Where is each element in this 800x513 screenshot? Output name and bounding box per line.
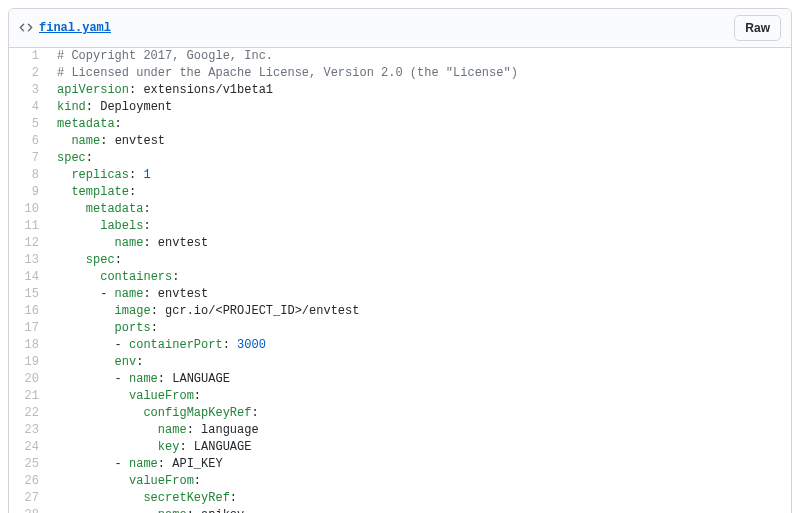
code-token: : xyxy=(115,253,122,267)
line-number[interactable]: 13 xyxy=(9,252,49,269)
code-token: envtest xyxy=(115,134,165,148)
code-line: 10 metadata: xyxy=(9,201,791,218)
line-number[interactable]: 15 xyxy=(9,286,49,303)
code-token: metadata xyxy=(86,202,144,216)
line-number[interactable]: 26 xyxy=(9,473,49,490)
code-token: : xyxy=(143,287,157,301)
code-file-icon xyxy=(19,21,33,35)
line-number[interactable]: 6 xyxy=(9,133,49,150)
code-line: 8 replicas: 1 xyxy=(9,167,791,184)
code-token: ports xyxy=(115,321,151,335)
code-token: - xyxy=(57,287,115,301)
code-line: 27 secretKeyRef: xyxy=(9,490,791,507)
code-token: : xyxy=(143,236,157,250)
code-content: name: language xyxy=(49,422,791,439)
line-number[interactable]: 28 xyxy=(9,507,49,513)
code-line: 24 key: LANGUAGE xyxy=(9,439,791,456)
code-token: : xyxy=(223,338,237,352)
code-token: # Licensed under the Apache License, Ver… xyxy=(57,66,518,80)
code-line: 25 - name: API_KEY xyxy=(9,456,791,473)
code-line: 5metadata: xyxy=(9,116,791,133)
code-token xyxy=(57,474,129,488)
code-token: : xyxy=(187,423,201,437)
code-line: 16 image: gcr.io/<PROJECT_ID>/envtest xyxy=(9,303,791,320)
code-content: spec: xyxy=(49,150,791,167)
code-content: labels: xyxy=(49,218,791,235)
code-token xyxy=(57,270,100,284)
code-token: gcr.io/<PROJECT_ID>/envtest xyxy=(165,304,359,318)
code-token: 3000 xyxy=(237,338,266,352)
code-line: 23 name: language xyxy=(9,422,791,439)
line-number[interactable]: 14 xyxy=(9,269,49,286)
code-token: : xyxy=(158,457,172,471)
line-number[interactable]: 22 xyxy=(9,405,49,422)
code-content: env: xyxy=(49,354,791,371)
line-number[interactable]: 4 xyxy=(9,99,49,116)
code-token: containerPort xyxy=(129,338,223,352)
code-token: : xyxy=(187,508,201,513)
line-number[interactable]: 9 xyxy=(9,184,49,201)
code-content: valueFrom: xyxy=(49,388,791,405)
code-content: # Copyright 2017, Google, Inc. xyxy=(49,48,791,65)
code-token: : xyxy=(129,83,143,97)
code-token: containers xyxy=(100,270,172,284)
code-token: : xyxy=(158,372,172,386)
code-token xyxy=(57,355,115,369)
code-line: 28 name: apikey xyxy=(9,507,791,513)
line-number[interactable]: 3 xyxy=(9,82,49,99)
code-token: - xyxy=(57,338,129,352)
raw-button[interactable]: Raw xyxy=(734,15,781,41)
code-token: API_KEY xyxy=(172,457,222,471)
code-content: key: LANGUAGE xyxy=(49,439,791,456)
line-number[interactable]: 1 xyxy=(9,48,49,65)
line-number[interactable]: 24 xyxy=(9,439,49,456)
code-token xyxy=(57,440,158,454)
code-token: : xyxy=(151,321,158,335)
line-number[interactable]: 20 xyxy=(9,371,49,388)
file-header-left: final.yaml xyxy=(19,21,111,35)
line-number[interactable]: 17 xyxy=(9,320,49,337)
code-line: 15 - name: envtest xyxy=(9,286,791,303)
code-token: spec xyxy=(86,253,115,267)
line-number[interactable]: 23 xyxy=(9,422,49,439)
code-content: replicas: 1 xyxy=(49,167,791,184)
line-number[interactable]: 25 xyxy=(9,456,49,473)
code-token: 1 xyxy=(143,168,150,182)
code-token: name xyxy=(158,508,187,513)
code-content: # Licensed under the Apache License, Ver… xyxy=(49,65,791,82)
line-number[interactable]: 19 xyxy=(9,354,49,371)
code-token: name xyxy=(129,457,158,471)
code-token: - xyxy=(57,372,129,386)
code-token: secretKeyRef xyxy=(143,491,229,505)
code-token: extensions/v1beta1 xyxy=(143,83,273,97)
line-number[interactable]: 8 xyxy=(9,167,49,184)
code-token xyxy=(57,134,71,148)
line-number[interactable]: 11 xyxy=(9,218,49,235)
code-line: 4kind: Deployment xyxy=(9,99,791,116)
code-token: : xyxy=(100,134,114,148)
code-token: : xyxy=(136,355,143,369)
code-token xyxy=(57,321,115,335)
code-token: - xyxy=(57,457,129,471)
code-token: name xyxy=(71,134,100,148)
line-number[interactable]: 16 xyxy=(9,303,49,320)
code-line: 7spec: xyxy=(9,150,791,167)
filename-link[interactable]: final.yaml xyxy=(39,21,111,35)
line-number[interactable]: 27 xyxy=(9,490,49,507)
code-token xyxy=(57,389,129,403)
code-content: - name: API_KEY xyxy=(49,456,791,473)
line-number[interactable]: 2 xyxy=(9,65,49,82)
line-number[interactable]: 21 xyxy=(9,388,49,405)
code-token: configMapKeyRef xyxy=(143,406,251,420)
line-number[interactable]: 10 xyxy=(9,201,49,218)
line-number[interactable]: 12 xyxy=(9,235,49,252)
code-line: 1# Copyright 2017, Google, Inc. xyxy=(9,48,791,65)
code-token: kind xyxy=(57,100,86,114)
line-number[interactable]: 7 xyxy=(9,150,49,167)
code-area: 1# Copyright 2017, Google, Inc.2# Licens… xyxy=(9,48,791,513)
line-number[interactable]: 18 xyxy=(9,337,49,354)
code-line: 9 template: xyxy=(9,184,791,201)
code-token: metadata xyxy=(57,117,115,131)
line-number[interactable]: 5 xyxy=(9,116,49,133)
code-token: : xyxy=(172,270,179,284)
